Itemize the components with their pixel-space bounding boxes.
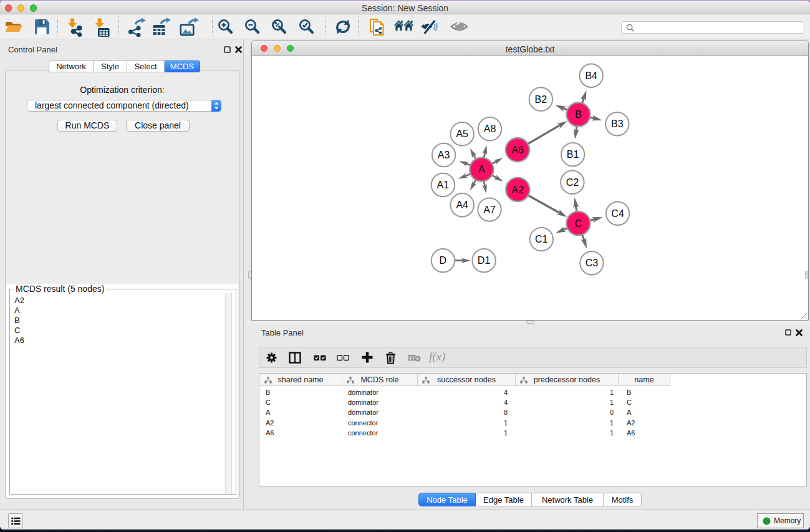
svg-text:B4: B4 bbox=[585, 70, 597, 81]
svg-text:A6: A6 bbox=[511, 145, 524, 155]
svg-text:A3: A3 bbox=[438, 150, 450, 160]
svg-text:A1: A1 bbox=[437, 180, 450, 190]
svg-text:B2: B2 bbox=[535, 94, 547, 105]
svg-text:B1: B1 bbox=[567, 149, 579, 160]
svg-text:C2: C2 bbox=[566, 177, 579, 188]
svg-text:C3: C3 bbox=[586, 258, 599, 268]
svg-text:C4: C4 bbox=[611, 208, 624, 219]
svg-text:A: A bbox=[478, 164, 485, 175]
svg-text:D1: D1 bbox=[478, 255, 491, 266]
svg-text:A5: A5 bbox=[456, 128, 468, 139]
svg-text:A7: A7 bbox=[483, 205, 496, 215]
svg-text:A2: A2 bbox=[512, 185, 524, 195]
svg-text:C1: C1 bbox=[535, 234, 548, 244]
svg-text:A4: A4 bbox=[456, 200, 468, 210]
svg-text:B3: B3 bbox=[611, 118, 624, 129]
svg-text:D: D bbox=[440, 255, 447, 266]
svg-text:A8: A8 bbox=[484, 123, 496, 134]
svg-text:B: B bbox=[575, 109, 582, 120]
svg-text:C: C bbox=[575, 218, 582, 229]
